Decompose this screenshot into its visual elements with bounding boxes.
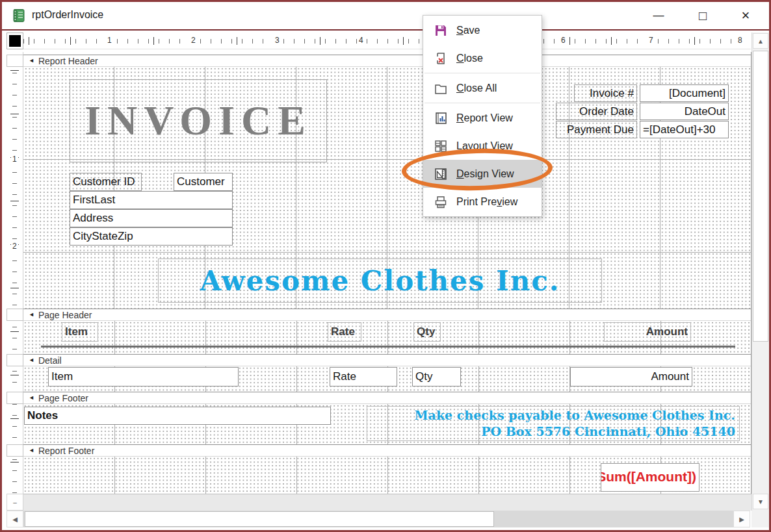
- payment-due-textbox[interactable]: =[DateOut]+30: [640, 121, 729, 138]
- section-collapse-icon: ◄: [29, 357, 34, 363]
- payable-line-1: Make checks payable to Awesome Clothes I…: [415, 407, 735, 424]
- section-selector-page-footer[interactable]: [7, 392, 23, 404]
- window-title: rptOrderInvoice: [32, 9, 103, 21]
- notes-textbox[interactable]: Notes: [24, 407, 331, 425]
- section-selector-page-header[interactable]: [7, 309, 23, 321]
- company-title-text: Awesome Clothes Inc.: [200, 265, 560, 297]
- order-date-label[interactable]: Order Date: [556, 103, 637, 120]
- column-header-item[interactable]: Item: [62, 322, 98, 342]
- ruler-number: 3: [273, 36, 281, 45]
- column-header-amount[interactable]: Amount: [604, 322, 691, 342]
- menu-label: Layout View: [456, 140, 513, 152]
- report-notebook-icon: [12, 8, 26, 23]
- menu-label: Design View: [456, 168, 514, 180]
- section-label: Page Footer: [38, 393, 88, 403]
- firstlast-textbox[interactable]: FirstLast: [70, 191, 233, 209]
- header-underline[interactable]: [41, 346, 735, 348]
- sum-amount-textbox[interactable]: =Sum([Amount]): [601, 463, 699, 492]
- address-textbox[interactable]: Address: [70, 209, 233, 227]
- section-label: Detail: [38, 355, 62, 366]
- menu-item-save[interactable]: Save: [423, 16, 542, 44]
- minimize-button[interactable]: —: [646, 5, 672, 27]
- menu-label: Close All: [456, 82, 497, 94]
- menu-item-close-all[interactable]: Close All: [423, 74, 542, 102]
- title-bar: rptOrderInvoice — □ ×: [2, 2, 769, 29]
- menu-item-design-view[interactable]: Design View: [423, 160, 542, 188]
- company-title-label[interactable]: Awesome Clothes Inc.: [158, 259, 602, 303]
- menu-item-close[interactable]: Close: [423, 44, 542, 72]
- scroll-down-arrow[interactable]: ▼: [753, 494, 768, 509]
- titlebar-divider: [2, 29, 769, 31]
- access-report-window: rptOrderInvoice — □ × 1 2 3 4 5 6 7 8 1 …: [0, 0, 771, 532]
- ruler-number: 4: [357, 36, 365, 45]
- scroll-up-arrow[interactable]: ▲: [753, 33, 768, 49]
- menu-item-layout-view[interactable]: Layout View: [423, 132, 542, 160]
- menu-item-print-preview[interactable]: Print Preview: [423, 188, 542, 216]
- menu-item-report-view[interactable]: Report View: [423, 104, 542, 132]
- invoice-number-textbox[interactable]: [Document]: [640, 84, 729, 102]
- scroll-right-arrow[interactable]: ▶: [733, 511, 750, 527]
- payment-due-label[interactable]: Payment Due: [556, 121, 637, 138]
- horizontal-scrollbar[interactable]: [23, 511, 733, 527]
- payable-label[interactable]: Make checks payable to Awesome Clothes I…: [367, 406, 740, 441]
- ruler-end-tick: –: [7, 494, 23, 511]
- maximize-button[interactable]: □: [690, 5, 716, 27]
- vertical-ruler: 1 2: [7, 52, 23, 494]
- citystatezip-textbox[interactable]: CityStateZip: [70, 227, 233, 246]
- sum-expression-text: =Sum([Amount]): [601, 469, 696, 485]
- save-icon: [434, 23, 448, 38]
- qty-textbox[interactable]: Qty: [412, 367, 461, 386]
- close-object-icon: [434, 51, 448, 66]
- section-bar-page-header[interactable]: ◄ Page Header: [23, 309, 751, 321]
- ruler-number: 2: [11, 240, 18, 252]
- report-view-icon: [434, 111, 448, 125]
- payable-line-2: PO Box 5576 Cincinnati, Ohio 45140: [481, 424, 735, 440]
- ruler-number: 6: [559, 36, 568, 45]
- section-label: Report Header: [38, 56, 98, 66]
- menu-label: Print Preview: [456, 196, 517, 208]
- invoice-number-label[interactable]: Invoice #: [574, 84, 637, 102]
- menu-label: Close: [456, 53, 483, 64]
- section-selector-detail[interactable]: [7, 354, 23, 366]
- section-collapse-icon: ◄: [29, 58, 34, 64]
- design-surface: ◄ Report Header INVOICE Invoice # [Docum…: [23, 52, 751, 496]
- vertical-scroll-thumb[interactable]: [753, 51, 768, 342]
- horizontal-ruler: 1 2 3 4 5 6 7 8: [23, 32, 751, 49]
- view-context-menu: Save Close Close All: [423, 15, 542, 217]
- print-preview-icon: [434, 195, 448, 209]
- customer-id-label[interactable]: Customer ID: [70, 173, 142, 191]
- ruler-number: 1: [105, 36, 114, 45]
- invoice-title-label[interactable]: INVOICE: [70, 79, 327, 162]
- report-selector[interactable]: [7, 32, 23, 49]
- item-textbox[interactable]: Item: [48, 367, 239, 386]
- horizontal-scroll-thumb[interactable]: [25, 511, 494, 527]
- section-bar-page-footer[interactable]: ◄ Page Footer: [23, 392, 751, 404]
- menu-separator: [425, 103, 540, 103]
- ruler-number: 2: [189, 36, 198, 45]
- rate-textbox[interactable]: Rate: [330, 367, 397, 386]
- customer-textbox[interactable]: Customer: [174, 173, 233, 191]
- section-bar-report-header[interactable]: ◄ Report Header: [23, 55, 751, 67]
- menu-separator: [425, 73, 540, 73]
- design-view-icon: [434, 167, 448, 181]
- order-date-textbox[interactable]: DateOut: [640, 103, 729, 120]
- column-header-qty[interactable]: Qty: [413, 322, 441, 342]
- section-collapse-icon: ◄: [29, 395, 34, 401]
- section-bar-report-footer[interactable]: ◄ Report Footer: [23, 444, 751, 457]
- bottom-gray-strip: [23, 494, 751, 511]
- scrollbar-corner: [751, 511, 769, 527]
- scroll-left-arrow[interactable]: ◀: [7, 511, 23, 527]
- column-header-rate[interactable]: Rate: [328, 322, 361, 342]
- ruler-number: 7: [647, 36, 655, 45]
- section-selector-report-header[interactable]: [7, 55, 23, 67]
- ruler-number: 8: [736, 36, 744, 45]
- section-bar-detail[interactable]: ◄ Detail: [23, 354, 751, 366]
- amount-textbox[interactable]: Amount: [570, 367, 692, 386]
- vertical-scrollbar[interactable]: ▲ ▼: [751, 32, 769, 511]
- report-selector-square: [9, 35, 21, 47]
- section-selector-report-footer[interactable]: [7, 444, 23, 457]
- close-button[interactable]: ×: [733, 5, 759, 27]
- section-label: Report Footer: [38, 446, 94, 456]
- close-all-icon: [434, 81, 448, 95]
- section-label: Page Header: [38, 310, 92, 320]
